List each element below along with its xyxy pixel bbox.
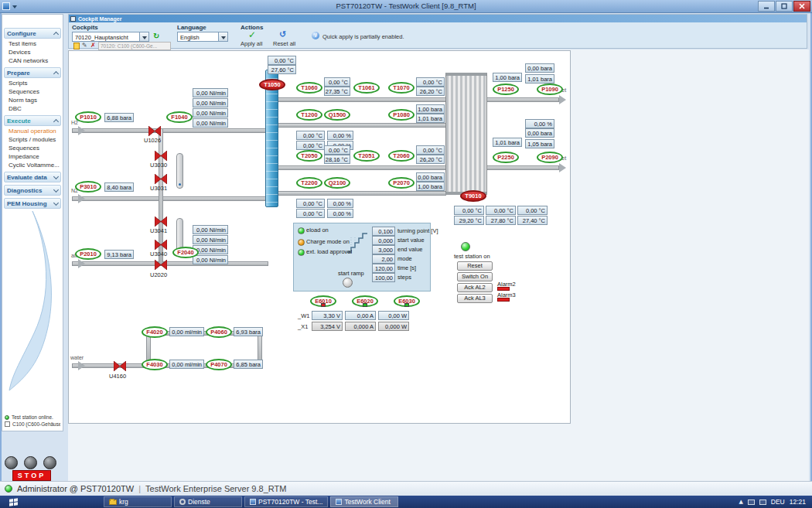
valve-u3040[interactable] [155,239,167,249]
tray-expand-icon[interactable]: ▲ [739,499,742,505]
sensor-f4020[interactable]: F4020 [142,326,168,338]
start-button[interactable] [0,496,26,508]
edit-cockpit-icon[interactable]: ✎ [82,42,87,49]
valve-u1026[interactable] [148,125,161,135]
cockpit-select-arrow-icon[interactable] [139,32,148,41]
sensor-t1070[interactable]: T1070 [388,82,415,94]
sensor-f4030[interactable]: F4030 [142,359,168,370]
sidebar-item-norm-tags[interactable]: Norm tags [2,96,63,104]
stop-button[interactable]: STOP [12,470,51,481]
taskbar-item-pst70120tw-test[interactable]: PST70120TW - Test... [244,496,328,507]
close-button[interactable] [793,1,810,12]
refresh-cockpits-icon[interactable]: ↻ [153,32,159,40]
sidebar-item-test-items[interactable]: Test items [2,39,63,48]
sensor-p2090[interactable]: P2090 [537,152,563,163]
tray-display-icon[interactable] [748,499,755,505]
sensor-p4070[interactable]: P4070 [206,359,232,370]
reset-all-button[interactable]: Reset all [273,40,295,47]
sensor-p2010[interactable]: P2010 [75,248,101,260]
quick-button-1[interactable] [5,456,18,469]
sensor-q2100[interactable]: Q2100 [324,177,350,189]
switch-on-button[interactable]: Switch On [457,272,493,281]
sensor-t2060[interactable]: T2060 [388,150,415,162]
device-row[interactable]: C100 (C600-Gehäuse) [5,421,60,428]
heat-exchanger [445,73,487,195]
sensor-p2070[interactable]: P2070 [388,177,415,189]
sensor-p1080[interactable]: P1080 [388,109,415,121]
tray-clock[interactable]: 12:21 [790,498,806,506]
value-box: 1,00 bara [416,182,445,191]
valve-u2020[interactable] [155,259,167,269]
delete-cockpit-icon[interactable]: ✗ [90,42,96,49]
sensor-f2040[interactable]: F2040 [172,247,199,258]
sensor-t1061[interactable]: T1061 [353,82,380,94]
minimize-button[interactable] [758,1,775,12]
sidebar-item-can-networks[interactable]: CAN networks [2,56,63,65]
sidebar-section-prepare[interactable]: Prepare [4,67,61,78]
language-select[interactable]: English [177,32,228,42]
sensor-e6030[interactable]: E6030 [394,295,420,307]
taskbar-item-testwork-client[interactable]: TestWork Client [330,496,398,507]
sidebar-item-sequences[interactable]: Sequences [2,87,63,96]
sidebar-section-configure[interactable]: Configure [4,28,61,39]
sidebar-section-execute[interactable]: Execute [4,115,61,126]
sidebar-item-impedance[interactable]: Impedance [2,152,63,161]
reset-all-icon[interactable]: ↺ [279,30,286,39]
apply-all-icon[interactable]: ✓ [248,30,256,39]
statusbar-user: Administrator @ PST70120TW [17,484,134,493]
sensor-p2250[interactable]: P2250 [493,152,519,163]
sensor-t2051[interactable]: T2051 [353,150,380,162]
ack-al2-button[interactable]: Ack AL2 [457,283,493,292]
sidebar-item-cyclic-voltamme[interactable]: Cyclic Voltamme... [2,161,63,169]
reset-button[interactable]: Reset [457,261,493,271]
sidebar-section-pem-housing[interactable]: PEM Housing [4,198,61,209]
sidebar-item-scripts[interactable]: Scripts [2,79,63,87]
sidebar-item-devices[interactable]: Devices [2,48,63,56]
sensor-e6010[interactable]: E6010 [310,295,336,307]
language-group-label: Language [177,24,236,31]
device-checkbox[interactable] [5,421,10,427]
panel-collapse-icon[interactable] [70,16,76,22]
start-ramp-button[interactable] [343,278,353,288]
language-select-arrow-icon[interactable] [218,32,227,41]
sidebar-item-scripts-modules[interactable]: Scripts / modules [2,135,63,144]
sensor-p1010[interactable]: P1010 [75,111,101,123]
tray-volume-icon[interactable] [759,499,766,505]
sensor-p4060[interactable]: P4060 [206,326,232,338]
sensor-t1050[interactable]: T1050 [259,79,285,90]
sensor-q1500[interactable]: Q1500 [324,109,350,121]
sensor-f1040[interactable]: F1040 [166,111,193,123]
ack-al3-button[interactable]: Ack AL3 [457,294,493,303]
valve-u3041[interactable] [155,216,167,226]
sensor-t2200[interactable]: T2200 [296,177,322,189]
sidebar-item-sequences[interactable]: Sequences [2,144,63,152]
label-u3041: U3041 [150,227,167,234]
sensor-t2050[interactable]: T2050 [296,150,322,162]
taskbar-item-dienste[interactable]: Dienste [174,496,242,507]
valve-u4160[interactable] [114,360,126,370]
taskbar-item-krg[interactable]: krg [104,496,172,507]
new-cockpit-icon[interactable] [73,43,80,49]
sensor-t9010[interactable]: T9010 [460,190,486,202]
quick-button-2[interactable] [24,456,37,469]
label-eload-on: eload on [306,227,329,234]
maximize-button[interactable] [776,1,793,12]
sensor-p1090[interactable]: P1090 [537,84,563,95]
sensor-p1250[interactable]: P1250 [493,84,519,95]
valve-u3030[interactable] [155,150,167,160]
valve-u3031[interactable] [155,173,167,183]
cockpit-select[interactable]: 70120_Hauptansicht [72,32,149,42]
sidebar-section-diagnostics[interactable]: Diagnostics [4,185,61,196]
sidebar-section-evaluate-data[interactable]: Evaluate data [4,172,61,182]
sensor-t1060[interactable]: T1060 [296,82,322,94]
sensor-t1200[interactable]: T1200 [296,109,322,121]
quick-button-3[interactable] [43,456,56,469]
label-u1026: U1026 [144,137,161,144]
sidebar-item-manual-operation[interactable]: Manual operation [2,127,63,135]
apply-all-button[interactable]: Apply all [241,40,262,47]
cockpit-manager-header[interactable]: Cockpit Manager [69,15,807,22]
sensor-p3010[interactable]: P3010 [75,181,101,193]
sensor-e6020[interactable]: E6020 [352,295,378,307]
tray-language[interactable]: DEU [771,498,785,506]
sidebar-item-dbc[interactable]: DBC [2,104,63,113]
